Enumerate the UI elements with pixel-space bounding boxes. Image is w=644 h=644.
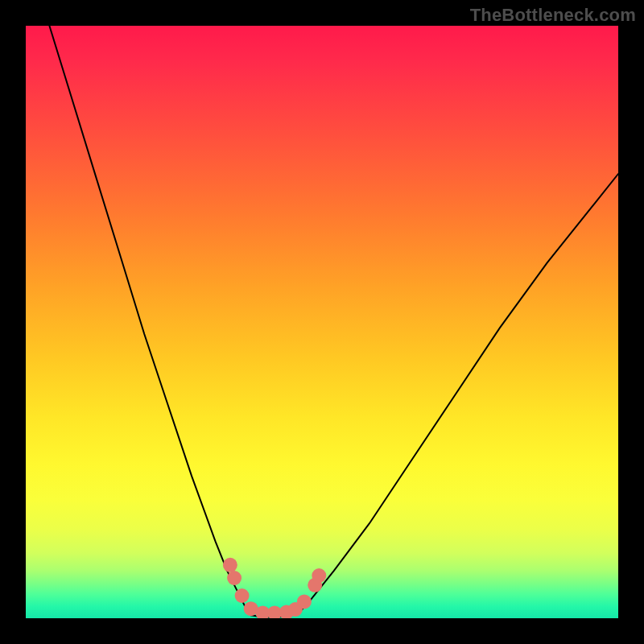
data-marker	[227, 571, 242, 585]
curve-left-branch	[49, 26, 250, 615]
marker-group	[223, 558, 326, 618]
data-marker	[312, 568, 326, 583]
data-marker	[235, 588, 250, 603]
chart-frame: TheBottleneck.com	[0, 0, 644, 644]
curve-right-branch	[299, 174, 618, 613]
data-marker	[297, 594, 312, 609]
attribution-label: TheBottleneck.com	[470, 5, 636, 26]
chart-overlay-svg	[26, 26, 618, 618]
plot-area	[26, 26, 618, 618]
data-marker	[223, 558, 237, 572]
